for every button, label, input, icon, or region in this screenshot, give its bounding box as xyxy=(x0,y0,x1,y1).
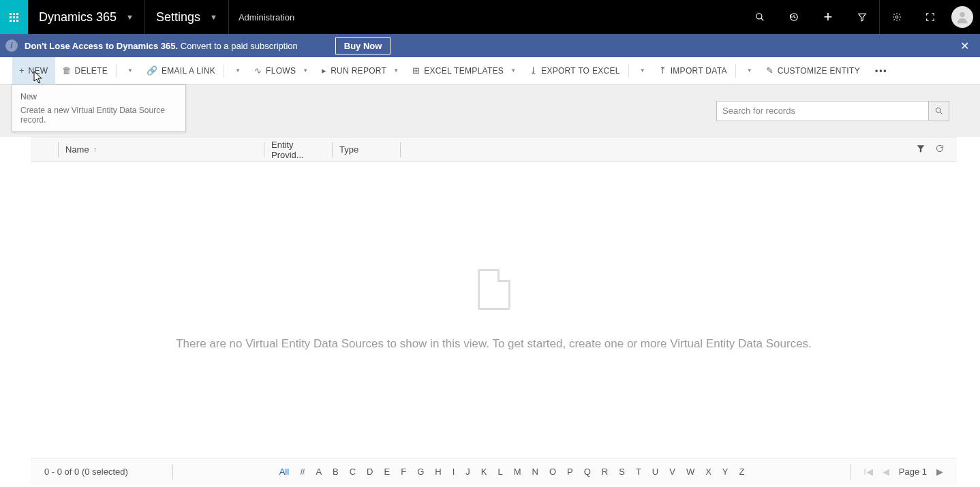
empty-message: There are no Virtual Entity Data Sources… xyxy=(176,337,812,351)
prev-page-icon[interactable]: ◀ xyxy=(883,467,889,477)
svg-line-7 xyxy=(940,112,942,114)
svg-point-5 xyxy=(960,12,964,17)
trash-icon: 🗑 xyxy=(62,65,71,76)
refresh-icon[interactable] xyxy=(935,144,945,155)
waffle-icon xyxy=(10,13,18,22)
alpha-letter[interactable]: X xyxy=(705,467,711,477)
alpha-letter[interactable]: F xyxy=(401,467,406,477)
delete-button[interactable]: 🗑 DELETE xyxy=(55,57,114,84)
alpha-letter[interactable]: M xyxy=(514,467,521,477)
svg-point-4 xyxy=(895,16,898,18)
alpha-letter[interactable]: N xyxy=(532,467,538,477)
alpha-all[interactable]: All xyxy=(279,467,289,477)
pager: I◀ ◀ Page 1 ▶ xyxy=(863,467,943,477)
customize-entity-button[interactable]: ✎ CUSTOMIZE ENTITY xyxy=(759,57,867,84)
search-icon[interactable] xyxy=(743,0,777,34)
alpha-letter[interactable]: S xyxy=(619,467,625,477)
chevron-down-icon: ▼ xyxy=(210,13,217,21)
column-provider[interactable]: Entity Provid... xyxy=(264,142,332,157)
report-label: RUN REPORT xyxy=(331,66,386,76)
alpha-letter[interactable]: # xyxy=(300,467,305,477)
report-icon: ▸ xyxy=(322,65,326,76)
alpha-letter[interactable]: P xyxy=(567,467,573,477)
flows-label: FLOWS xyxy=(266,66,296,76)
alpha-letter[interactable]: G xyxy=(417,467,424,477)
empty-page-icon xyxy=(478,269,510,310)
close-icon[interactable]: ✕ xyxy=(955,40,975,52)
new-label: NEW xyxy=(29,66,48,76)
filter-icon[interactable] xyxy=(916,144,925,155)
avatar[interactable] xyxy=(951,6,973,28)
import-data-button[interactable]: ⤒ IMPORT DATA xyxy=(652,57,734,84)
chevron-down-icon: ▼ xyxy=(510,67,516,74)
new-button[interactable]: + NEW New Create a new Virtual Entity Da… xyxy=(12,57,55,84)
filter-icon[interactable] xyxy=(845,0,879,34)
import-dropdown[interactable]: ▼ xyxy=(737,57,759,84)
alpha-letter[interactable]: K xyxy=(481,467,487,477)
search-button[interactable] xyxy=(929,101,949,121)
export-dropdown[interactable]: ▼ xyxy=(630,57,652,84)
app-launcher[interactable] xyxy=(0,0,28,34)
alpha-filter: All # A B C D E F G H I J K L M N O P Q … xyxy=(185,467,838,477)
email-link-button[interactable]: 🔗 EMAIL A LINK xyxy=(140,57,222,84)
alpha-letter[interactable]: L xyxy=(497,467,502,477)
alpha-letter[interactable]: C xyxy=(350,467,356,477)
alpha-letter[interactable]: H xyxy=(435,467,441,477)
alpha-letter[interactable]: E xyxy=(384,467,391,477)
new-tooltip: New Create a new Virtual Entity Data Sou… xyxy=(12,84,186,132)
excel-templates-button[interactable]: ⊞ EXCEL TEMPLATES ▼ xyxy=(405,57,523,84)
alpha-letter[interactable]: J xyxy=(465,467,470,477)
alpha-letter[interactable]: I xyxy=(453,467,455,477)
alpha-letter[interactable]: W xyxy=(686,467,694,477)
excel-icon: ⊞ xyxy=(412,65,420,76)
alpha-letter[interactable]: U xyxy=(652,467,658,477)
alpha-letter[interactable]: A xyxy=(316,467,322,477)
record-count: 0 - 0 of 0 (0 selected) xyxy=(44,467,160,477)
alpha-letter[interactable]: Z xyxy=(739,467,745,477)
alpha-letter[interactable]: D xyxy=(367,467,373,477)
tooltip-desc: Create a new Virtual Entity Data Source … xyxy=(20,106,177,125)
chevron-down-icon: ▼ xyxy=(393,67,399,74)
plus-icon: + xyxy=(19,65,25,76)
alpha-letter[interactable]: Y xyxy=(722,467,729,477)
link-icon: 🔗 xyxy=(147,65,157,76)
fullscreen-icon[interactable] xyxy=(913,0,947,34)
svg-line-1 xyxy=(761,18,764,21)
area-menu[interactable]: Settings ▼ xyxy=(145,0,229,34)
buy-now-button[interactable]: Buy Now xyxy=(335,37,391,54)
excel-tpl-label: EXCEL TEMPLATES xyxy=(424,66,504,76)
brand-label: Dynamics 365 xyxy=(39,10,117,25)
gear-icon[interactable] xyxy=(879,0,913,34)
alpha-letter[interactable]: B xyxy=(333,467,339,477)
sort-asc-icon: ↑ xyxy=(93,146,97,153)
run-report-button[interactable]: ▸ RUN REPORT ▼ xyxy=(315,57,405,84)
delete-dropdown[interactable]: ▼ xyxy=(118,57,140,84)
alpha-letter[interactable]: T xyxy=(636,467,641,477)
column-name[interactable]: Name ↑ xyxy=(58,142,264,157)
chevron-down-icon: ▼ xyxy=(303,67,308,74)
more-commands[interactable]: ••• xyxy=(867,66,896,76)
next-page-icon[interactable]: ▶ xyxy=(936,467,943,477)
alpha-letter[interactable]: V xyxy=(669,467,675,477)
search-input[interactable] xyxy=(716,101,929,121)
column-type[interactable]: Type xyxy=(332,142,400,157)
first-page-icon[interactable]: I◀ xyxy=(863,467,873,477)
alpha-letter[interactable]: Q xyxy=(584,467,591,477)
svg-marker-8 xyxy=(917,145,925,153)
alpha-letter[interactable]: R xyxy=(602,467,608,477)
tooltip-title: New xyxy=(20,92,177,101)
alpha-letter[interactable]: O xyxy=(549,467,556,477)
email-label: EMAIL A LINK xyxy=(162,66,215,76)
add-icon[interactable]: + xyxy=(811,0,845,34)
flows-button[interactable]: ∿ FLOWS ▼ xyxy=(247,57,315,84)
email-dropdown[interactable]: ▼ xyxy=(226,57,247,84)
chevron-down-icon: ▼ xyxy=(126,13,134,21)
brand-menu[interactable]: Dynamics 365 ▼ xyxy=(28,0,145,34)
page-label: Page 1 xyxy=(899,467,927,477)
recent-icon[interactable] xyxy=(777,0,811,34)
breadcrumb[interactable]: Administration xyxy=(229,12,304,22)
chevron-down-icon: ▼ xyxy=(235,67,241,74)
import-icon: ⤒ xyxy=(659,65,667,76)
customize-label: CUSTOMIZE ENTITY xyxy=(778,66,860,76)
export-excel-button[interactable]: ⤓ EXPORT TO EXCEL xyxy=(523,57,627,84)
